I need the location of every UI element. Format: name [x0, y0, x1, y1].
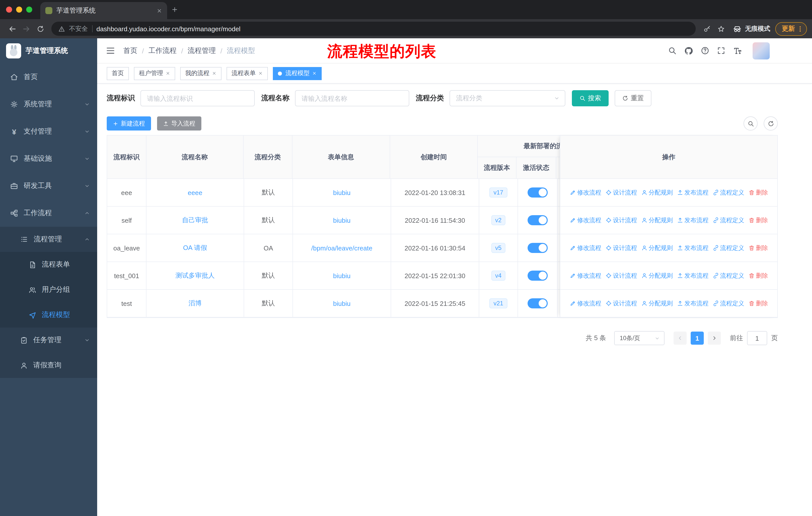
- page-size-select[interactable]: 10条/页: [614, 331, 665, 345]
- zoom-window-button[interactable]: [26, 6, 32, 12]
- sidebar-item-system[interactable]: 系统管理: [0, 91, 97, 118]
- tag-process-form[interactable]: 流程表单: [227, 67, 268, 80]
- back-button[interactable]: [5, 22, 19, 36]
- browser-tab[interactable]: 芋道管理系统: [40, 2, 167, 19]
- publish-process-link[interactable]: 发布流程: [677, 271, 708, 280]
- form-info-link[interactable]: /bpm/oa/leave/create: [311, 244, 373, 252]
- sidebar-item-process-form[interactable]: 流程表单: [0, 252, 97, 277]
- form-info-link[interactable]: biubiu: [333, 216, 350, 224]
- sidebar-item-process-mgmt[interactable]: 流程管理: [0, 227, 97, 252]
- assign-rule-link[interactable]: 分配规则: [641, 299, 673, 308]
- assign-rule-link[interactable]: 分配规则: [641, 188, 673, 197]
- form-info-link[interactable]: biubiu: [333, 300, 350, 307]
- assign-rule-link[interactable]: 分配规则: [641, 271, 673, 280]
- close-icon[interactable]: [312, 71, 317, 76]
- publish-process-link[interactable]: 发布流程: [677, 299, 708, 308]
- process-name-input[interactable]: [295, 90, 409, 106]
- toggle-search-button[interactable]: [744, 116, 758, 131]
- page-number-button[interactable]: 1: [691, 332, 704, 345]
- sidebar-item-workflow[interactable]: 工作流程: [0, 199, 97, 227]
- design-process-link[interactable]: 设计流程: [605, 216, 637, 224]
- import-process-button[interactable]: 导入流程: [157, 116, 201, 131]
- process-definition-link[interactable]: 流程定义: [713, 299, 744, 308]
- delete-link[interactable]: 删除: [748, 271, 768, 280]
- modify-process-link[interactable]: 修改流程: [570, 244, 601, 252]
- process-category-select[interactable]: 流程分类: [450, 90, 565, 106]
- user-avatar[interactable]: [753, 42, 770, 59]
- modify-process-link[interactable]: 修改流程: [570, 299, 601, 308]
- create-process-button[interactable]: 新建流程: [107, 116, 151, 131]
- sidebar-item-payment[interactable]: ¥ 支付管理: [0, 118, 97, 145]
- modify-process-link[interactable]: 修改流程: [570, 271, 601, 280]
- form-info-link[interactable]: biubiu: [333, 272, 350, 279]
- active-toggle[interactable]: [528, 298, 548, 308]
- close-window-button[interactable]: [6, 6, 12, 12]
- process-key-input[interactable]: [141, 90, 255, 106]
- tag-tenant[interactable]: 租户管理: [134, 67, 175, 80]
- process-definition-link[interactable]: 流程定义: [713, 244, 744, 252]
- process-name-link[interactable]: OA 请假: [183, 243, 207, 252]
- delete-link[interactable]: 删除: [748, 216, 768, 224]
- active-toggle[interactable]: [528, 271, 548, 281]
- close-icon[interactable]: [212, 71, 216, 76]
- design-process-link[interactable]: 设计流程: [605, 244, 637, 252]
- process-definition-link[interactable]: 流程定义: [713, 271, 744, 280]
- password-key-icon[interactable]: [700, 22, 714, 36]
- help-icon[interactable]: [701, 46, 709, 55]
- goto-page-input[interactable]: [747, 331, 767, 345]
- reset-button[interactable]: 重置: [615, 90, 651, 106]
- modify-process-link[interactable]: 修改流程: [570, 188, 601, 197]
- breadcrumb-home[interactable]: 首页: [123, 46, 138, 55]
- tag-my-process[interactable]: 我的流程: [180, 67, 222, 80]
- search-icon[interactable]: [668, 46, 676, 55]
- process-name-link[interactable]: 自己审批: [182, 216, 208, 225]
- active-toggle[interactable]: [528, 187, 548, 197]
- assign-rule-link[interactable]: 分配规则: [641, 216, 673, 224]
- modify-process-link[interactable]: 修改流程: [570, 216, 601, 224]
- browser-update-button[interactable]: 更新: [775, 22, 807, 35]
- process-name-link[interactable]: 测试多审批人: [175, 271, 215, 280]
- forward-button[interactable]: [19, 22, 33, 36]
- sidebar-item-user-group[interactable]: 用户分组: [0, 277, 97, 302]
- search-button[interactable]: 搜索: [572, 90, 609, 106]
- publish-process-link[interactable]: 发布流程: [677, 216, 708, 224]
- tab-close-icon[interactable]: [156, 8, 162, 13]
- delete-link[interactable]: 删除: [748, 188, 768, 197]
- refresh-table-button[interactable]: [764, 116, 778, 131]
- publish-process-link[interactable]: 发布流程: [677, 188, 708, 197]
- new-tab-button[interactable]: [167, 2, 182, 17]
- next-page-button[interactable]: [708, 332, 721, 345]
- delete-link[interactable]: 删除: [748, 299, 768, 308]
- active-toggle[interactable]: [528, 243, 548, 253]
- collapse-sidebar-icon[interactable]: [97, 38, 123, 63]
- sidebar-item-home[interactable]: 首页: [0, 63, 97, 91]
- address-bar[interactable]: 不安全 dashboard.yudao.iocoder.cn/bpm/manag…: [51, 22, 696, 36]
- process-name-link[interactable]: 滔博: [188, 299, 202, 308]
- publish-process-link[interactable]: 发布流程: [677, 244, 708, 252]
- process-name-link[interactable]: eeee: [188, 189, 202, 196]
- close-icon[interactable]: [258, 71, 263, 76]
- sidebar-item-process-model[interactable]: 流程模型: [0, 302, 97, 328]
- form-info-link[interactable]: biubiu: [333, 189, 350, 196]
- github-icon[interactable]: [684, 46, 693, 55]
- sidebar-item-infra[interactable]: 基础设施: [0, 145, 97, 172]
- delete-link[interactable]: 删除: [748, 244, 768, 252]
- fullscreen-icon[interactable]: [717, 46, 725, 55]
- close-icon[interactable]: [166, 71, 170, 76]
- not-secure-label[interactable]: 不安全: [69, 24, 88, 33]
- reload-button[interactable]: [33, 22, 47, 36]
- sidebar-item-task-mgmt[interactable]: 任务管理: [0, 328, 97, 353]
- process-definition-link[interactable]: 流程定义: [713, 216, 744, 224]
- process-definition-link[interactable]: 流程定义: [713, 188, 744, 197]
- design-process-link[interactable]: 设计流程: [605, 299, 637, 308]
- sidebar-item-leave-query[interactable]: 请假查询: [0, 353, 97, 378]
- design-process-link[interactable]: 设计流程: [605, 271, 637, 280]
- prev-page-button[interactable]: [673, 332, 687, 345]
- tag-home[interactable]: 首页: [107, 67, 129, 80]
- active-toggle[interactable]: [528, 215, 548, 225]
- font-size-icon[interactable]: [733, 46, 742, 55]
- assign-rule-link[interactable]: 分配规则: [641, 244, 673, 252]
- tag-process-model[interactable]: 流程模型: [273, 67, 322, 80]
- minimize-window-button[interactable]: [16, 6, 22, 12]
- bookmark-star-icon[interactable]: [714, 22, 728, 36]
